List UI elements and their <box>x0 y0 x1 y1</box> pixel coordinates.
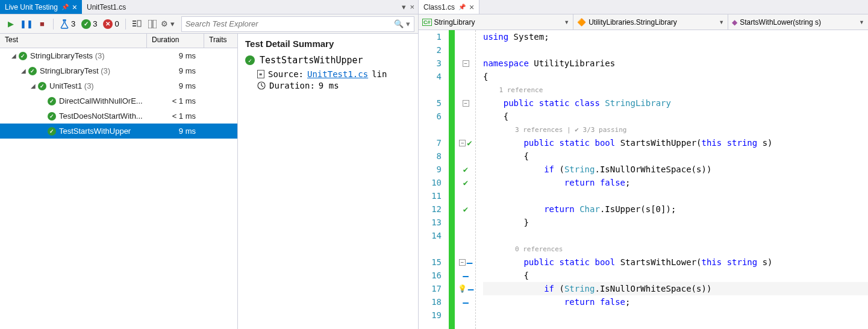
tab-live-unit-testing[interactable]: Live Unit Testing 📌 × <box>0 0 82 14</box>
detail-test-name: TestStartsWithUpper <box>260 55 363 66</box>
tree-body[interactable]: ◢✓StringLibraryTests (3)9 ms◢✓StringLibr… <box>0 48 237 329</box>
fold-icon[interactable]: − <box>459 140 466 146</box>
test-name: UnitTest1 (3) <box>49 81 154 90</box>
clock-icon <box>257 81 266 90</box>
tab-class1[interactable]: Class1.cs 📌 × <box>419 0 479 14</box>
codelens-hint[interactable]: 3 references | ✔ 3/3 passing <box>483 123 868 136</box>
svg-rect-5 <box>153 20 157 28</box>
pass-counter[interactable]: ✓ 3 <box>79 19 99 29</box>
settings-icon[interactable]: ⚙ ▾ <box>161 17 175 31</box>
tree-row[interactable]: ◢✓UnitTest1 (3)9 ms <box>0 78 237 93</box>
test-toolbar: ▶ ❚❚ ■ 3 ✓ 3 ✕ 0 ⚙ ▾ 🔍 ▾ <box>0 14 418 34</box>
col-traits[interactable]: Traits <box>204 34 237 48</box>
fold-icon[interactable]: − <box>463 60 469 67</box>
duration-value: 9 ms <box>319 81 339 90</box>
code-line[interactable]: if (String.IsNullOrWhiteSpace(s)) <box>483 282 868 295</box>
fail-counter[interactable]: ✕ 0 <box>101 19 121 29</box>
source-glyph-icon: ≡ <box>257 70 264 78</box>
code-line[interactable]: { <box>483 269 868 282</box>
coverage-pass-icon: ✔ <box>463 178 468 187</box>
code-line[interactable]: public static bool StartsWithLower(this … <box>483 255 868 269</box>
col-test[interactable]: Test <box>0 34 147 48</box>
fold-icon[interactable]: − <box>463 100 469 107</box>
class-icon: 🔶 <box>577 18 586 27</box>
source-label: Source: <box>268 69 304 79</box>
play-button[interactable]: ▶ <box>4 17 18 31</box>
tree-row[interactable]: ◢✓StringLibraryTest (3)9 ms <box>0 63 237 78</box>
flask-counter[interactable]: 3 <box>57 19 78 29</box>
playlist-icon[interactable] <box>130 17 144 31</box>
nav-class[interactable]: 🔶 UtilityLibraries.StringLibrary ▼ <box>573 14 728 30</box>
tree-header: Test Duration Traits <box>0 34 237 48</box>
code-line[interactable]: { <box>483 110 868 123</box>
search-icon[interactable]: 🔍 ▾ <box>394 19 410 28</box>
line-number: 10 <box>419 176 442 189</box>
pass-icon: ✓ <box>18 51 28 61</box>
code-line[interactable] <box>483 189 868 202</box>
search-input[interactable] <box>186 19 395 28</box>
close-panel-icon[interactable]: × <box>410 2 414 11</box>
nav-scope[interactable]: C# StringLibrary ▼ <box>419 14 573 30</box>
line-number: 16 <box>419 269 442 282</box>
code-line[interactable]: { <box>483 149 868 163</box>
code-line[interactable]: return Char.IsUpper(s[0]); <box>483 202 868 216</box>
code-line[interactable]: namespace UtilityLibraries <box>483 57 868 70</box>
code-line[interactable]: { <box>483 70 868 83</box>
search-box[interactable]: 🔍 ▾ <box>181 16 414 32</box>
pin-icon[interactable]: 📌 <box>61 4 69 10</box>
code-editor[interactable]: 12345678910111213141516171819 −−−✔✔✔✔−——… <box>419 30 868 329</box>
tree-row[interactable]: ✓DirectCallWithNullOrE... < 1 ms <box>0 93 237 108</box>
code-line[interactable]: using System; <box>483 30 868 43</box>
line-number: 2 <box>419 43 442 57</box>
right-tab-bar: Class1.cs 📌 × <box>419 0 868 14</box>
svg-rect-2 <box>133 25 136 27</box>
line-number: 17 <box>419 282 442 295</box>
left-tab-bar: Live Unit Testing 📌 × UnitTest1.cs ▾ × <box>0 0 418 14</box>
code-line[interactable]: return false; <box>483 176 868 189</box>
col-duration[interactable]: Duration <box>147 34 204 48</box>
line-number: 19 <box>419 309 442 322</box>
detail-title: Test Detail Summary <box>245 39 411 49</box>
pass-icon: ✓ <box>28 66 37 76</box>
lightbulb-icon[interactable]: 💡 <box>458 284 467 293</box>
line-number <box>419 83 442 96</box>
code-line[interactable] <box>483 229 868 242</box>
svg-rect-4 <box>148 20 152 28</box>
pin-icon[interactable]: 📌 <box>458 4 466 10</box>
code-line[interactable]: if (String.IsNullOrWhiteSpace(s)) <box>483 163 868 176</box>
coverage-none-icon: — <box>467 257 473 268</box>
expand-icon[interactable]: ◢ <box>19 67 28 74</box>
close-icon[interactable]: × <box>72 3 77 11</box>
expand-icon[interactable]: ◢ <box>29 83 37 89</box>
test-duration: < 1 ms <box>154 96 202 105</box>
close-icon[interactable]: × <box>469 3 474 11</box>
code-line[interactable] <box>483 43 868 57</box>
fold-icon[interactable]: − <box>459 259 466 266</box>
tab-unittest1[interactable]: UnitTest1.cs <box>82 0 131 14</box>
pause-button[interactable]: ❚❚ <box>19 17 34 31</box>
layout-icon[interactable] <box>145 17 160 31</box>
tree-row[interactable]: ✓TestStartsWithUpper 9 ms <box>0 124 237 139</box>
nav-bar: C# StringLibrary ▼ 🔶 UtilityLibraries.St… <box>419 14 868 30</box>
line-number: 12 <box>419 202 442 216</box>
nav-member[interactable]: ◆ StartsWithLower(string s) ▼ <box>728 14 868 30</box>
coverage-none-icon: — <box>468 283 474 295</box>
source-link[interactable]: UnitTest1.cs <box>307 69 368 79</box>
line-number: 6 <box>419 110 442 123</box>
code-line[interactable]: return false; <box>483 295 868 309</box>
code-line[interactable]: } <box>483 216 868 229</box>
test-duration: 9 ms <box>154 81 202 90</box>
codelens-hint[interactable]: 1 reference <box>483 83 868 96</box>
flask-icon <box>60 19 69 29</box>
tree-row[interactable]: ◢✓StringLibraryTests (3)9 ms <box>0 48 237 63</box>
window-position-icon[interactable]: ▾ <box>402 2 406 11</box>
code-line[interactable] <box>483 309 868 322</box>
stop-button[interactable]: ■ <box>35 17 49 31</box>
line-number: 5 <box>419 96 442 110</box>
code-line[interactable]: public static class StringLibrary <box>483 96 868 110</box>
tree-row[interactable]: ✓TestDoesNotStartWith... < 1 ms <box>0 108 237 124</box>
code-line[interactable]: public static bool StartsWithUpper(this … <box>483 136 868 149</box>
codelens-hint[interactable]: 0 references <box>483 242 868 255</box>
expand-icon[interactable]: ◢ <box>10 52 18 59</box>
test-tree-pane: Test Duration Traits ◢✓StringLibraryTest… <box>0 34 238 329</box>
